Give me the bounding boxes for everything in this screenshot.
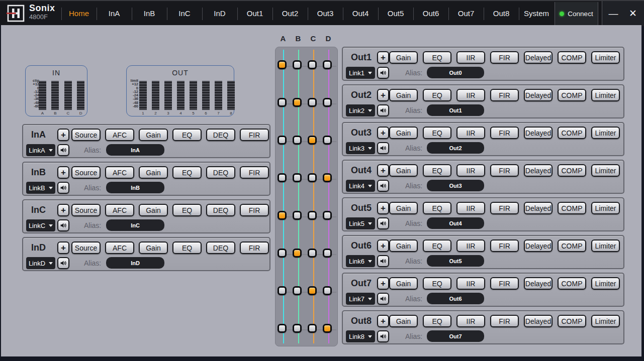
iir-button[interactable]: IIR [456,239,485,252]
eq-button[interactable]: EQ [423,164,451,177]
gain-button[interactable]: Gain [389,277,418,290]
matrix-node-out2-d[interactable] [323,98,332,107]
fir-button[interactable]: FIR [490,127,519,139]
fir-button[interactable]: FIR [490,315,519,327]
mute-speaker-button[interactable] [57,219,69,231]
gain-button[interactable]: Gain [389,164,418,177]
matrix-node-out3-c[interactable] [308,136,317,145]
fir-button[interactable]: FIR [240,129,269,141]
comp-button[interactable]: COMP [558,202,586,214]
matrix-node-out5-b[interactable] [293,211,302,220]
limiter-button[interactable]: Limiter [591,315,620,327]
deq-button[interactable]: DEQ [206,204,235,216]
expand-plus-button[interactable]: + [377,164,389,177]
deq-button[interactable]: DEQ [206,242,235,254]
matrix-node-out5-a[interactable] [278,211,287,220]
alias-field[interactable]: Out2 [427,142,484,154]
delayed-button[interactable]: Delayed [524,51,553,64]
tab-inb[interactable]: InB [132,1,167,26]
afc-button[interactable]: AFC [105,204,134,216]
eq-button[interactable]: EQ [172,166,202,179]
alias-field[interactable]: Out0 [427,67,484,78]
fir-button[interactable]: FIR [240,166,269,179]
fir-button[interactable]: FIR [490,239,519,252]
expand-plus-button[interactable]: + [377,315,389,327]
tab-inc[interactable]: InC [167,1,202,26]
fir-button[interactable]: FIR [490,164,519,177]
matrix-node-out3-b[interactable] [293,136,302,145]
eq-button[interactable]: EQ [423,89,451,101]
gain-button[interactable]: Gain [139,129,168,141]
matrix-node-out3-d[interactable] [323,136,332,145]
gain-button[interactable]: Gain [389,89,418,101]
mute-speaker-button[interactable] [377,330,389,342]
tab-out4[interactable]: Out4 [343,1,378,26]
link-dropdown[interactable]: Link2 [346,104,375,116]
alias-field[interactable]: InD [106,257,164,269]
mute-speaker-button[interactable] [377,217,389,229]
mute-speaker-button[interactable] [57,144,69,156]
alias-field[interactable]: InC [106,219,164,231]
expand-plus-button[interactable]: + [377,127,389,139]
alias-field[interactable]: Out6 [427,293,484,304]
iir-button[interactable]: IIR [456,164,485,177]
eq-button[interactable]: EQ [172,129,202,141]
gain-button[interactable]: Gain [389,239,418,252]
afc-button[interactable]: AFC [105,242,134,254]
delayed-button[interactable]: Delayed [524,202,553,214]
tab-ina[interactable]: InA [97,1,132,26]
delayed-button[interactable]: Delayed [524,89,553,101]
link-dropdown[interactable]: Link1 [346,67,375,79]
mute-speaker-button[interactable] [377,293,389,305]
iir-button[interactable]: IIR [456,89,485,101]
comp-button[interactable]: COMP [558,127,586,139]
comp-button[interactable]: COMP [558,277,586,290]
matrix-node-out3-a[interactable] [278,136,287,145]
iir-button[interactable]: IIR [456,127,485,139]
source-button[interactable]: Source [71,204,101,216]
tab-out8[interactable]: Out8 [484,1,519,26]
limiter-button[interactable]: Limiter [591,164,620,177]
eq-button[interactable]: EQ [423,315,451,327]
matrix-node-out2-c[interactable] [308,98,317,107]
matrix-node-out6-b[interactable] [293,249,302,258]
eq-button[interactable]: EQ [423,202,451,214]
gain-button[interactable]: Gain [389,315,418,327]
expand-plus-button[interactable]: + [57,166,69,179]
expand-plus-button[interactable]: + [57,204,69,216]
matrix-node-out8-a[interactable] [278,324,287,333]
eq-button[interactable]: EQ [172,242,202,254]
matrix-node-out8-b[interactable] [293,324,302,333]
fir-button[interactable]: FIR [240,204,269,216]
link-dropdown[interactable]: Link3 [346,142,375,154]
matrix-node-out7-a[interactable] [278,286,287,295]
comp-button[interactable]: COMP [558,89,586,101]
link-dropdown[interactable]: Link6 [346,255,375,267]
matrix-node-out1-d[interactable] [323,60,332,69]
expand-plus-button[interactable]: + [57,242,69,254]
gain-button[interactable]: Gain [139,204,168,216]
mute-speaker-button[interactable] [377,104,389,116]
delayed-button[interactable]: Delayed [524,239,553,252]
limiter-button[interactable]: Limiter [591,202,620,214]
iir-button[interactable]: IIR [456,51,485,64]
minimize-icon[interactable]: — [605,1,622,26]
deq-button[interactable]: DEQ [206,129,235,141]
delayed-button[interactable]: Delayed [524,164,553,177]
fir-button[interactable]: FIR [490,89,519,101]
gain-button[interactable]: Gain [389,51,418,64]
tab-out7[interactable]: Out7 [448,1,484,26]
deq-button[interactable]: DEQ [206,166,235,179]
mute-speaker-button[interactable] [377,255,389,267]
link-dropdown[interactable]: Link4 [346,180,375,192]
link-dropdown[interactable]: LinkB [26,182,55,194]
eq-button[interactable]: EQ [423,277,451,290]
tab-ind[interactable]: InD [202,1,237,26]
matrix-node-out1-c[interactable] [308,60,317,69]
matrix-node-out4-a[interactable] [278,173,287,182]
link-dropdown[interactable]: Link5 [346,217,375,229]
fir-button[interactable]: FIR [490,51,519,64]
link-dropdown[interactable]: LinkC [26,219,55,231]
matrix-node-out4-c[interactable] [308,173,317,182]
afc-button[interactable]: AFC [105,129,134,141]
